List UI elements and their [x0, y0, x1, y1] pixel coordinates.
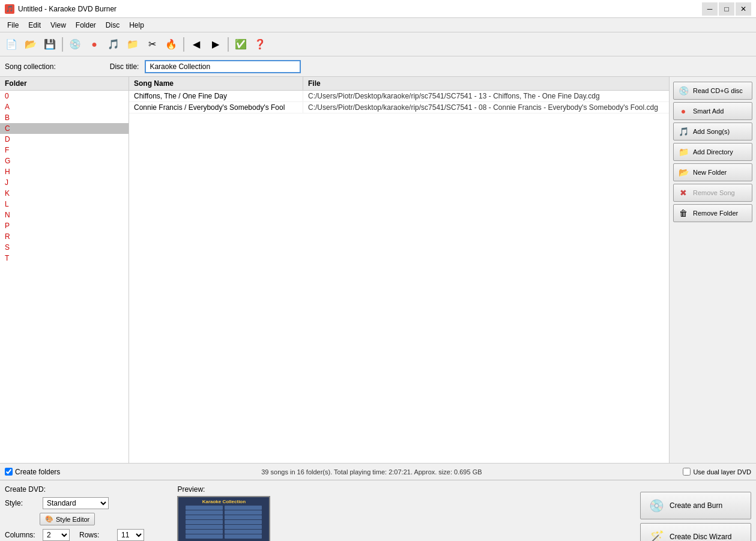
- song-table-header: Song Name File: [129, 77, 669, 91]
- menu-folder[interactable]: Folder: [71, 20, 101, 31]
- add-directory-label: Add Directory: [693, 148, 733, 156]
- toolbar-back[interactable]: ◀: [187, 35, 205, 53]
- create-and-burn-button[interactable]: 💿 Create and Burn: [640, 492, 751, 519]
- song-row-2[interactable]: Connie Francis / Everybody's Somebody's …: [129, 102, 669, 113]
- song-file-2: C:/Users/Piotr/Desktop/karaoke/rip/sc754…: [303, 102, 669, 113]
- new-folder-button[interactable]: 📂 New Folder: [673, 163, 752, 181]
- song-row-1[interactable]: Chiffons, The / One Fine Day C:/Users/Pi…: [129, 91, 669, 102]
- folder-item-k[interactable]: K: [0, 188, 129, 199]
- preview-song-2: [186, 510, 223, 515]
- style-editor-label: Style Editor: [56, 516, 89, 523]
- dvd-columns-label: Columns:: [5, 531, 38, 539]
- dvd-style-label: Style:: [5, 499, 38, 507]
- folder-item-d[interactable]: D: [0, 134, 129, 145]
- toolbar-new[interactable]: 📄: [2, 35, 20, 53]
- window-title: Untitled - Karaoke DVD Burner: [18, 5, 116, 13]
- add-songs-button[interactable]: 🎵 Add Song(s): [673, 122, 752, 141]
- menu-help[interactable]: Help: [124, 20, 149, 31]
- toolbar-check[interactable]: ✅: [232, 35, 250, 53]
- toolbar-forward[interactable]: ▶: [207, 35, 225, 53]
- minimize-button[interactable]: ─: [702, 2, 718, 16]
- preview-song-7: [186, 534, 223, 539]
- disc-title-input[interactable]: [145, 60, 301, 73]
- dvd-columns-rows-row: Columns: 2 1 3 4 Rows: 5 7 8 9 10 11 12: [5, 529, 168, 541]
- dvd-rows-select[interactable]: 5 7 8 9 10 11 12: [117, 529, 144, 541]
- title-bar: 🎵 Untitled - Karaoke DVD Burner ─ □ ✕: [0, 0, 756, 18]
- toolbar-burn[interactable]: 🔥: [162, 35, 180, 53]
- folder-item-l[interactable]: L: [0, 199, 129, 210]
- preview-song-13: [225, 530, 262, 534]
- add-directory-button[interactable]: 📁 Add Directory: [673, 143, 752, 161]
- create-disc-wizard-icon: 🪄: [648, 528, 665, 542]
- remove-folder-label: Remove Folder: [693, 210, 738, 217]
- read-cdg-label: Read CD+G disc: [693, 87, 743, 94]
- dvd-settings: Create DVD: Style: Standard Classic Mode…: [5, 485, 168, 541]
- song-col-file-header: File: [303, 77, 669, 90]
- toolbar-open[interactable]: 📂: [22, 35, 40, 53]
- toolbar-add-song[interactable]: 🎵: [104, 35, 122, 53]
- preview-col-2: [225, 506, 262, 541]
- remove-song-label: Remove Song: [693, 189, 735, 196]
- remove-folder-icon: 🗑: [677, 207, 689, 219]
- bottom-status-bar: Create folders 39 songs in 16 folder(s).…: [0, 463, 756, 480]
- folder-item-j[interactable]: J: [0, 177, 129, 188]
- remove-song-icon: ✖: [677, 187, 689, 199]
- folder-item-n[interactable]: N: [0, 210, 129, 220]
- folder-item-f[interactable]: F: [0, 145, 129, 156]
- dual-layer-checkbox[interactable]: [683, 468, 691, 476]
- song-file-1: C:/Users/Piotr/Desktop/karaoke/rip/sc754…: [303, 91, 669, 101]
- remove-folder-button[interactable]: 🗑 Remove Folder: [673, 204, 752, 222]
- song-panel: Song Name File Chiffons, The / One Fine …: [129, 77, 669, 463]
- folder-header: Folder: [0, 77, 129, 91]
- song-list: Chiffons, The / One Fine Day C:/Users/Pi…: [129, 91, 669, 463]
- folder-item-h[interactable]: H: [0, 166, 129, 177]
- smart-add-label: Smart Add: [693, 107, 724, 115]
- folder-item-t[interactable]: T: [0, 253, 129, 264]
- folder-item-r[interactable]: R: [0, 231, 129, 242]
- toolbar: 📄 📂 💾 💿 ● 🎵 📁 ✂ 🔥 ◀ ▶ ✅ ❓: [0, 32, 756, 56]
- toolbar-save[interactable]: 💾: [41, 35, 59, 53]
- folder-panel: Folder 0 A B C D F G H J K L N P R S T: [0, 77, 129, 463]
- folder-item-g[interactable]: G: [0, 156, 129, 166]
- folder-item-p[interactable]: P: [0, 220, 129, 231]
- toolbar-read-cd[interactable]: 💿: [66, 35, 84, 53]
- maximize-button[interactable]: □: [719, 2, 734, 16]
- remove-song-button[interactable]: ✖ Remove Song: [673, 184, 752, 202]
- style-editor-icon: 🎨: [45, 515, 53, 523]
- folder-item-0[interactable]: 0: [0, 91, 129, 101]
- folder-item-s[interactable]: S: [0, 242, 129, 253]
- preview-song-12: [225, 525, 262, 529]
- new-folder-label: New Folder: [693, 169, 727, 176]
- dual-layer-label: Use dual layer DVD: [693, 468, 751, 476]
- toolbar-help[interactable]: ❓: [251, 35, 269, 53]
- dvd-style-select[interactable]: Standard Classic Modern Custom: [43, 497, 109, 509]
- song-name-2: Connie Francis / Everybody's Somebody's …: [129, 102, 303, 113]
- toolbar-add-dir[interactable]: 📁: [124, 35, 142, 53]
- add-directory-icon: 📁: [677, 146, 689, 158]
- folder-item-c[interactable]: C: [0, 123, 129, 134]
- preview-song-3: [186, 515, 223, 519]
- create-disc-wizard-button[interactable]: 🪄 Create Disc Wizard: [640, 523, 751, 542]
- folder-item-a[interactable]: A: [0, 101, 129, 112]
- dvd-columns-select[interactable]: 2 1 3 4: [43, 529, 70, 541]
- menu-bar: File Edit View Folder Disc Help: [0, 18, 756, 32]
- add-songs-label: Add Song(s): [693, 128, 730, 135]
- smart-add-button[interactable]: ● Smart Add: [673, 102, 752, 120]
- read-cdg-disc-button[interactable]: 💿 Read CD+G disc: [673, 82, 752, 100]
- add-songs-icon: 🎵: [677, 125, 689, 138]
- menu-view[interactable]: View: [46, 20, 71, 31]
- dual-layer-group: Use dual layer DVD: [683, 468, 751, 476]
- folder-item-b[interactable]: B: [0, 112, 129, 123]
- menu-file[interactable]: File: [2, 20, 23, 31]
- menu-edit[interactable]: Edit: [23, 20, 46, 31]
- close-button[interactable]: ✕: [736, 2, 751, 16]
- style-editor-button[interactable]: 🎨 Style Editor: [40, 513, 95, 525]
- preview-box: Karaoke Collection: [177, 496, 270, 541]
- menu-disc[interactable]: Disc: [101, 20, 124, 31]
- toolbar-remove[interactable]: ✂: [143, 35, 161, 53]
- create-folders-checkbox[interactable]: [5, 468, 13, 476]
- toolbar-smart-add[interactable]: ●: [85, 35, 103, 53]
- create-folders-label: Create folders: [15, 468, 60, 476]
- preview-label: Preview:: [177, 485, 205, 494]
- preview-song-9: [225, 510, 262, 515]
